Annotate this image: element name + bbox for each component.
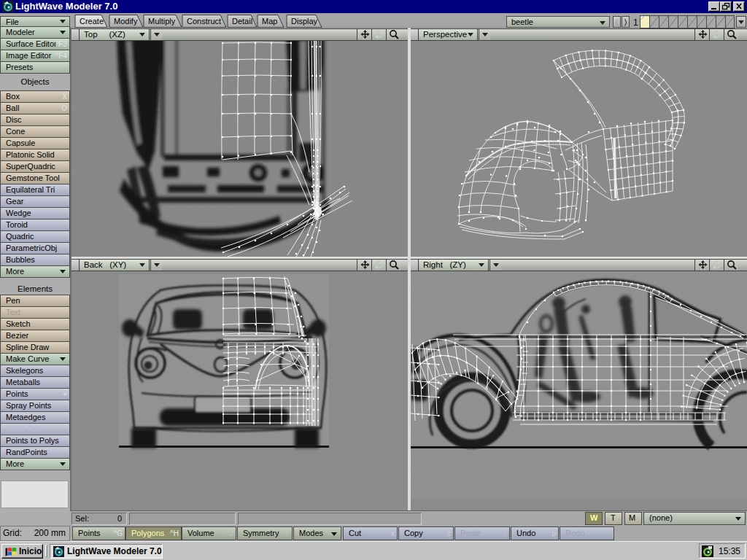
svg-text:Display: Display	[291, 17, 318, 26]
svg-text:Map: Map	[262, 17, 277, 26]
svg-text:Construct: Construct	[187, 17, 221, 26]
svg-text:Detail: Detail	[232, 17, 252, 26]
svg-text:Create: Create	[80, 17, 104, 26]
svg-text:Multiply: Multiply	[148, 17, 176, 26]
svg-text:Modify: Modify	[114, 17, 138, 26]
